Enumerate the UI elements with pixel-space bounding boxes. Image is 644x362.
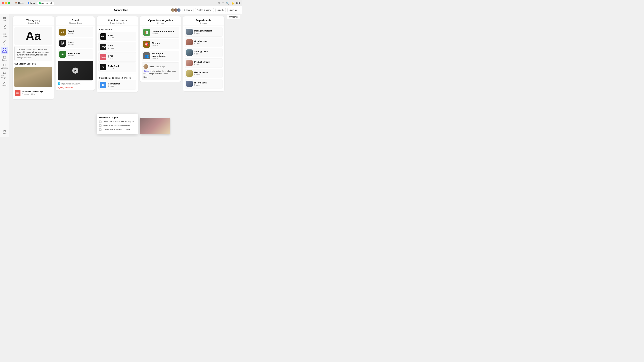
- dept-strategy-count: 0 cards: [194, 53, 208, 55]
- publish-share-button[interactable]: Publish & share ▾: [195, 8, 214, 12]
- illustrations-board-icon: ✏: [59, 51, 66, 58]
- client-craft-count: 0 cards: [108, 47, 114, 49]
- ops-finance-name: Operations & finance: [152, 30, 174, 33]
- dept-item-hr[interactable]: HR and talent 0 cards: [185, 79, 222, 88]
- minimize-button[interactable]: [5, 2, 7, 4]
- svg-rect-11: [3, 48, 4, 49]
- board-item-illustrations[interactable]: ✏ Illustrations 0 cards: [58, 49, 93, 59]
- video-overlay: ▶: [58, 61, 93, 80]
- pdf-download-link[interactable]: Download: [22, 93, 29, 95]
- maximize-button[interactable]: [8, 2, 10, 4]
- client-item-roster[interactable]: ⊞ Client roster 0 cards: [98, 80, 136, 89]
- fonts-board-icon: FONT: [59, 40, 66, 47]
- tab-agency-hub[interactable]: Agency Hub: [37, 1, 54, 5]
- titlebar-tabs: 🏠 Home Work Agency Hub: [14, 1, 54, 5]
- dept-production-count: 0 cards: [194, 63, 210, 65]
- dept-item-creative[interactable]: Creative team 0 cards: [185, 37, 222, 47]
- comment-mention: @Sonia J: [144, 70, 152, 72]
- sidebar-item-line[interactable]: Line: [1, 39, 8, 46]
- dept-production-avatar: [186, 60, 193, 66]
- small-clients-header: Small clients and one-off projects: [98, 75, 136, 80]
- column-ops-subtitle: 3 boards: [143, 22, 178, 24]
- client-craft-icon: Craft: [100, 44, 106, 50]
- topbar-right: Editors ▾ Publish & share ▾ Export ▾ Zoo…: [171, 8, 239, 12]
- sidebar-item-board[interactable]: Board: [1, 47, 8, 54]
- dept-production-name: Production team: [194, 61, 210, 63]
- client-daily-grind-count: 0 cards: [108, 67, 119, 69]
- dept-item-new-business[interactable]: New business 0 cards: [185, 69, 222, 78]
- client-roster-count: 0 cards: [108, 85, 120, 87]
- client-daily-grind-icon: DG: [100, 64, 106, 70]
- column-brand-body: AA Brand 0 cards FONT Fonts 0 cards ✏ Il…: [56, 25, 95, 90]
- board-item-fonts[interactable]: FONT Fonts 0 cards: [58, 38, 93, 48]
- ops-item-finance[interactable]: 📋 Operations & finance 0 cards: [142, 27, 179, 37]
- client-haus-count: 0 cards: [108, 37, 114, 39]
- ops-item-pitches[interactable]: 🎯 Pitches 0 cards: [142, 39, 179, 49]
- sidebar-item-draw[interactable]: Draw: [1, 80, 8, 87]
- grid-icon[interactable]: ⊞: [218, 2, 220, 4]
- sidebar-item-column[interactable]: Column: [1, 55, 8, 62]
- sidebar-item-todo[interactable]: To-do: [1, 31, 8, 38]
- editors-button[interactable]: Editors ▾: [182, 8, 193, 12]
- sidebar-item-note[interactable]: Note: [1, 15, 8, 23]
- unsorted-badge[interactable]: 0 Unsorted: [227, 15, 240, 19]
- ops-pitches-icon: 🎯: [143, 40, 150, 48]
- dept-item-strategy[interactable]: Strategy team 0 cards: [185, 48, 222, 57]
- question-icon[interactable]: ?: [222, 2, 224, 4]
- ops-item-meetings[interactable]: 👥 Meetings & presentations 0 cards: [142, 51, 179, 61]
- search-icon[interactable]: 🔍: [226, 2, 229, 4]
- agency-big-text: Aa: [14, 27, 52, 45]
- titlebar-right: ⊞ ? 🔍 🔔 21: [218, 2, 240, 4]
- tab-home[interactable]: 🏠 Home: [14, 1, 25, 5]
- vimeo-icon: V: [58, 82, 60, 85]
- showreel-link[interactable]: Agency Showreel: [58, 86, 73, 89]
- client-item-craft[interactable]: Craft Craft 0 cards: [98, 42, 136, 51]
- dept-item-production[interactable]: Production team 0 cards: [185, 58, 222, 68]
- dept-management-name: Management team: [194, 30, 212, 32]
- brand-board-icon: AA: [59, 29, 66, 35]
- floating-office-photo: [140, 118, 170, 134]
- close-button[interactable]: [2, 2, 4, 4]
- checkbox-2[interactable]: [99, 128, 102, 131]
- client-haus-icon: HAUS: [100, 33, 106, 40]
- client-item-hype[interactable]: Hype Hype 0 cards: [98, 52, 136, 62]
- client-item-daily-grind[interactable]: DG Daily Grind 0 cards: [98, 62, 136, 72]
- dept-new-business-name: New business: [194, 71, 208, 74]
- export-button[interactable]: Export ▾: [216, 8, 226, 12]
- board-item-brand[interactable]: AA Brand 0 cards: [58, 27, 93, 37]
- column-brand-title: Brand: [59, 19, 92, 22]
- client-haus-name: Haus: [108, 34, 114, 37]
- checkbox-0[interactable]: [99, 121, 102, 123]
- dept-creative-count: 0 cards: [194, 42, 208, 44]
- column-brand: Brand 3 boards, 1 card AA Brand 0 cards …: [56, 16, 95, 90]
- client-item-haus[interactable]: HAUS Haus 0 cards: [98, 32, 136, 41]
- board-fonts-count: 0 cards: [68, 44, 74, 46]
- sidebar-item-trash[interactable]: Trash: [1, 129, 8, 136]
- svg-rect-16: [4, 56, 5, 58]
- comment-reply-button[interactable]: Reply: [144, 76, 178, 78]
- agency-photo: [14, 67, 52, 87]
- tab-work[interactable]: Work: [26, 1, 36, 5]
- ops-pitches-name: Pitches: [152, 42, 160, 44]
- agency-quote: "We make brands matter. We believe ideas…: [14, 46, 52, 61]
- checkbox-1[interactable]: [99, 124, 102, 127]
- board-fonts-name: Fonts: [68, 41, 74, 44]
- comment-card: Marc · 6 hours ago @Sonia J let's update…: [142, 62, 179, 80]
- svg-rect-12: [5, 48, 6, 49]
- dept-item-management[interactable]: Management team 0 cards: [185, 27, 222, 36]
- svg-point-20: [5, 73, 5, 73]
- check-item-1: Assign a team lead from creative: [99, 124, 136, 127]
- column-ops-body: 📋 Operations & finance 0 cards 🎯 Pitches…: [140, 25, 181, 82]
- play-button[interactable]: ▶: [72, 68, 78, 74]
- column-agency-header: The agency 3 cards, 1 file: [13, 16, 54, 25]
- sidebar-item-add-image[interactable]: Add image: [1, 71, 8, 80]
- zoom-out-button[interactable]: Zoom out: [227, 8, 239, 12]
- sidebar-item-comment[interactable]: Comment: [1, 63, 8, 70]
- bell-icon[interactable]: 🔔: [231, 2, 234, 4]
- svg-rect-13: [3, 50, 4, 51]
- sidebar-item-link[interactable]: Link: [1, 23, 8, 30]
- brand-video[interactable]: ▶: [58, 61, 93, 80]
- svg-rect-15: [3, 56, 4, 58]
- client-craft-name: Craft: [108, 45, 114, 47]
- column-agency-title: The agency: [16, 19, 51, 22]
